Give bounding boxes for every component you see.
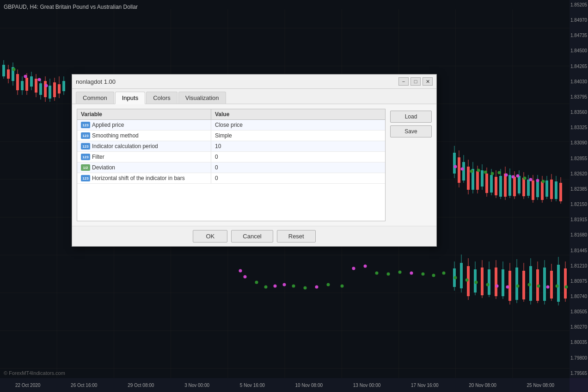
- dialog-controls: − □ ✕: [398, 77, 433, 86]
- reset-button[interactable]: Reset: [277, 230, 316, 243]
- value-deviation[interactable]: 0: [211, 162, 385, 173]
- type-badge-123: 123: [81, 143, 90, 149]
- variable-filter: 123 Filter: [77, 152, 211, 162]
- variable-smoothing: 123 Smoothing method: [77, 131, 211, 141]
- parameters-table: Variable Value 123 Applied price Close p…: [77, 109, 386, 221]
- value-filter[interactable]: 0: [211, 152, 385, 162]
- value-hshift[interactable]: 0: [211, 173, 385, 183]
- load-button[interactable]: Load: [390, 111, 432, 123]
- save-button[interactable]: Save: [390, 125, 432, 137]
- table-row[interactable]: 123 Applied price Close price: [77, 120, 385, 131]
- variable-label: Horizontal shift of the indicator in bar…: [92, 175, 185, 181]
- value-smoothing[interactable]: Simple: [211, 131, 385, 141]
- minimize-button[interactable]: −: [398, 77, 409, 86]
- variable-label: Smoothing method: [92, 132, 139, 139]
- variable-hshift: 123 Horizontal shift of the indicator in…: [77, 173, 211, 183]
- cancel-button[interactable]: Cancel: [231, 230, 273, 243]
- variable-label: Filter: [92, 154, 104, 160]
- close-button[interactable]: ✕: [423, 77, 433, 86]
- type-badge-123: 123: [81, 122, 90, 128]
- indicator-dialog: nonlagdot 1.00 − □ ✕ Common Inputs Color…: [72, 74, 437, 247]
- table-row[interactable]: 123 Indicator calculation period 10: [77, 141, 385, 152]
- type-badge-123: 123: [81, 154, 90, 160]
- tabs-bar: Common Inputs Colors Visualization: [72, 89, 436, 104]
- table-header: Variable Value: [77, 109, 385, 120]
- dialog-overlay: nonlagdot 1.00 − □ ✕ Common Inputs Color…: [0, 0, 588, 392]
- table-row[interactable]: 123 Horizontal shift of the indicator in…: [77, 173, 385, 184]
- side-buttons: Load Save: [390, 109, 432, 221]
- variable-label: Indicator calculation period: [92, 143, 158, 149]
- tab-common[interactable]: Common: [76, 92, 114, 104]
- value-period[interactable]: 10: [211, 141, 385, 151]
- dialog-footer: OK Cancel Reset: [72, 226, 436, 246]
- table-row[interactable]: 1/2 Deviation 0: [77, 162, 385, 173]
- value-applied-price[interactable]: Close price: [211, 120, 385, 130]
- table-row[interactable]: 123 Smoothing method Simple: [77, 131, 385, 141]
- dialog-titlebar[interactable]: nonlagdot 1.00 − □ ✕: [72, 75, 436, 89]
- table-spacer: [77, 184, 385, 221]
- dialog-body: Variable Value 123 Applied price Close p…: [72, 104, 436, 226]
- col-variable-header: Variable: [77, 109, 211, 119]
- variable-period: 123 Indicator calculation period: [77, 141, 211, 151]
- maximize-button[interactable]: □: [410, 77, 421, 86]
- type-badge-123: 123: [81, 132, 90, 139]
- table-row[interactable]: 123 Filter 0: [77, 152, 385, 162]
- tab-colors[interactable]: Colors: [146, 92, 178, 104]
- col-value-header: Value: [211, 109, 385, 119]
- variable-applied-price: 123 Applied price: [77, 120, 211, 130]
- variable-label: Deviation: [92, 164, 115, 171]
- dialog-title: nonlagdot 1.00: [76, 78, 116, 85]
- variable-label: Applied price: [92, 122, 124, 128]
- type-badge-123: 123: [81, 175, 90, 181]
- ok-button[interactable]: OK: [193, 230, 227, 243]
- tab-inputs[interactable]: Inputs: [115, 92, 145, 104]
- type-badge-half: 1/2: [81, 164, 90, 171]
- tab-visualization[interactable]: Visualization: [178, 92, 226, 104]
- variable-deviation: 1/2 Deviation: [77, 162, 211, 173]
